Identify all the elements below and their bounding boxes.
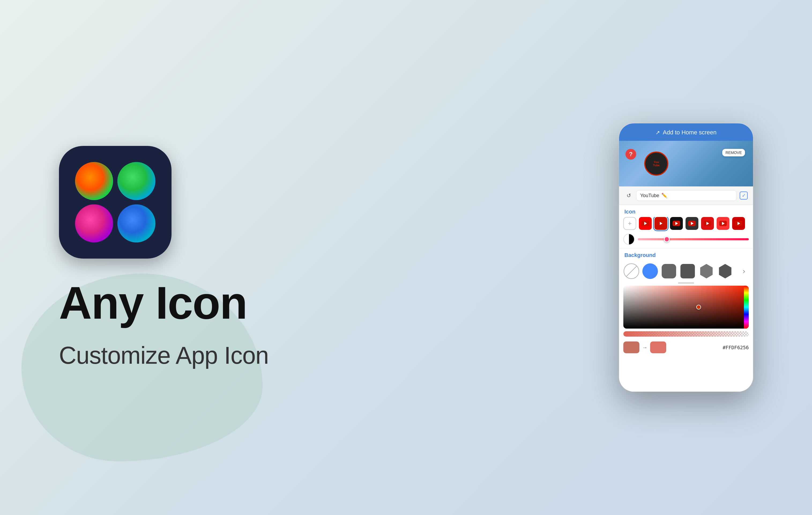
shape-more-item[interactable]: › [736,263,752,279]
app-icon [59,146,172,259]
color-picker[interactable] [624,286,749,329]
more-shapes-icon: › [743,267,745,275]
color-picker-cursor[interactable] [696,305,701,309]
shape-rounded-sq-item[interactable] [661,263,677,279]
opacity-slider-row [619,233,753,248]
phone-preview-area: ? You Tube REMOVE [619,141,753,186]
shape-none-item[interactable] [624,263,639,279]
yt-play-icon-5 [704,221,711,226]
app-name-text: YouTube [640,193,659,198]
phone-content: Icon + [619,205,753,391]
icon-circle-top-right [117,162,155,200]
page-subtitle: Customize App Icon [59,342,268,369]
opacity-thumb[interactable] [664,236,670,242]
confirm-checkmark[interactable]: ✓ [740,191,748,199]
app-icon-grid [75,162,155,242]
yt-play-icon-3 [673,221,680,226]
edit-icon: ✏️ [661,193,667,198]
color-mode-button[interactable] [624,234,635,245]
shape-rounded-square-2 [680,264,695,278]
icon-row: + [619,217,753,233]
yt-play-icon-1 [642,221,649,226]
left-section: Any Icon Customize App Icon [43,146,619,369]
youtube-preview-icon[interactable]: You Tube [644,152,668,176]
shape-hexagon2-item[interactable] [717,263,733,279]
shape-none [624,263,639,279]
yt-icon-1[interactable] [639,217,652,230]
yt-icon-2[interactable] [655,217,667,230]
background-section-label: Background [619,248,753,261]
yt-icon-3[interactable] [670,217,683,230]
shape-circle [642,263,658,279]
phone-frame: ↗ Add to Home screen ? You Tube REMOVE ↺ [619,124,753,391]
yt-play-icon-6 [719,221,727,226]
hue-bar[interactable] [744,286,749,329]
arrow-icon: → [642,345,647,351]
original-color-swatch [624,342,639,353]
hex-value-display[interactable]: #FFDF6256 [669,345,749,350]
phone-top-bar: ↗ Add to Home screen [619,124,753,141]
remove-label: REMOVE [725,151,742,155]
yt-icon-4[interactable] [686,217,698,230]
shape-circle-item[interactable] [642,263,658,279]
yt-icon-5[interactable] [701,217,714,230]
add-to-home-label: Add to Home screen [663,129,717,136]
right-section: ↗ Add to Home screen ? You Tube REMOVE ↺ [619,124,769,391]
phone-name-bar: ↺ YouTube ✏️ ✓ [619,186,753,205]
icon-circle-bottom-right [117,205,155,242]
remove-button[interactable]: REMOVE [722,149,745,156]
add-icon-button[interactable]: + [624,217,636,230]
icon-circle-bottom-left [75,205,113,242]
yt-icon-7[interactable] [732,217,745,230]
yt-play-icon-4 [688,221,696,226]
yt-play-icon-7 [735,221,742,226]
opacity-slider[interactable] [638,238,749,240]
yt-icon-6[interactable] [717,217,729,230]
page-title: Any Icon [59,280,247,326]
scroll-indicator [678,282,694,283]
app-name-input[interactable]: YouTube ✏️ [636,190,736,201]
question-icon[interactable]: ? [626,149,636,160]
refresh-icon[interactable]: ↺ [625,191,633,200]
shape-hexagon-2 [718,264,732,278]
icon-circle-top-left [75,162,113,200]
shape-hexagon-item[interactable] [698,263,715,279]
color-preview-row: → #FFDF6256 [619,339,753,355]
alpha-overlay [624,331,749,336]
shape-hexagon [699,264,714,278]
icon-section-label: Icon [619,205,753,217]
yt-inner-text: You Tube [653,160,660,167]
shape-rounded-square [662,264,676,278]
yt-play-icon-2 [657,221,665,226]
shape-rounded-sq2-item[interactable] [679,263,696,279]
alpha-bar[interactable] [624,331,749,336]
background-shapes-row: › [619,261,753,281]
color-gradient[interactable] [624,286,749,329]
new-color-swatch [650,342,666,353]
add-to-home-icon: ↗ [656,129,660,136]
